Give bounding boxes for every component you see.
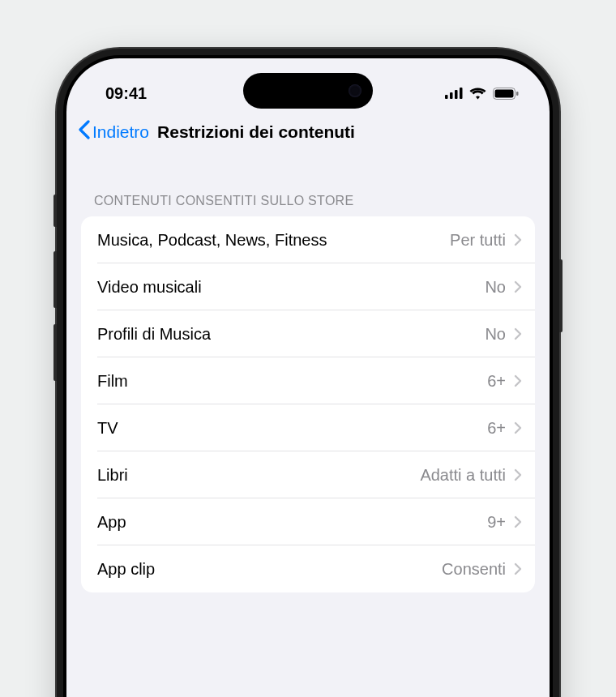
row-value: 9+ (487, 513, 506, 532)
row-label: Film (97, 372, 128, 391)
row-video-musicali[interactable]: Video musicali No (81, 263, 535, 310)
back-button[interactable]: Indietro (78, 120, 149, 143)
screen: 09:41 (66, 58, 550, 697)
chevron-right-icon (514, 280, 522, 293)
svg-rect-3 (460, 88, 463, 99)
row-label: TV (97, 419, 118, 438)
row-value: 6+ (487, 419, 506, 438)
row-label: App clip (97, 560, 155, 579)
row-app[interactable]: App 9+ (81, 498, 535, 545)
phone-bezel: 09:41 (63, 55, 553, 697)
svg-rect-1 (450, 92, 453, 99)
row-label: App (97, 513, 126, 532)
battery-icon (493, 88, 519, 100)
cellular-signal-icon (445, 88, 463, 99)
front-camera (349, 84, 361, 97)
phone-frame: 09:41 (57, 49, 559, 697)
row-app-clip[interactable]: App clip Consenti (81, 545, 535, 592)
row-value: No (485, 278, 506, 297)
chevron-right-icon (514, 374, 522, 387)
chevron-right-icon (514, 421, 522, 434)
back-label: Indietro (92, 122, 149, 142)
chevron-right-icon (514, 515, 522, 528)
svg-rect-6 (516, 92, 519, 96)
chevron-right-icon (514, 562, 522, 575)
row-label: Libri (97, 466, 128, 485)
chevron-right-icon (514, 468, 522, 481)
row-value: Per tutti (450, 231, 506, 250)
row-value: No (485, 325, 506, 344)
row-value: Consenti (442, 560, 506, 579)
row-label: Video musicali (97, 278, 202, 297)
row-film[interactable]: Film 6+ (81, 357, 535, 404)
dynamic-island (243, 73, 373, 109)
settings-list: Musica, Podcast, News, Fitness Per tutti… (81, 216, 535, 592)
row-libri[interactable]: Libri Adatti a tutti (81, 451, 535, 498)
svg-rect-5 (495, 89, 514, 97)
row-value: 6+ (487, 372, 506, 391)
wifi-icon (469, 88, 486, 100)
svg-rect-0 (445, 95, 448, 99)
row-label: Musica, Podcast, News, Fitness (97, 231, 327, 250)
section-header: CONTENUTI CONSENTITI SULLO STORE (66, 153, 550, 216)
row-value: Adatti a tutti (420, 466, 506, 485)
page-title: Restrizioni dei contenuti (157, 122, 355, 142)
row-tv[interactable]: TV 6+ (81, 404, 535, 451)
nav-bar: Indietro Restrizioni dei contenuti (66, 109, 550, 153)
volume-down-button (53, 324, 57, 381)
chevron-right-icon (514, 327, 522, 340)
chevron-right-icon (514, 233, 522, 246)
chevron-left-icon (78, 120, 91, 143)
status-time: 09:41 (105, 84, 147, 103)
row-label: Profili di Musica (97, 325, 211, 344)
row-music-podcast-news-fitness[interactable]: Musica, Podcast, News, Fitness Per tutti (81, 216, 535, 263)
volume-up-button (53, 251, 57, 308)
row-profili-di-musica[interactable]: Profili di Musica No (81, 310, 535, 357)
svg-rect-2 (455, 90, 458, 99)
status-icons (445, 88, 519, 100)
